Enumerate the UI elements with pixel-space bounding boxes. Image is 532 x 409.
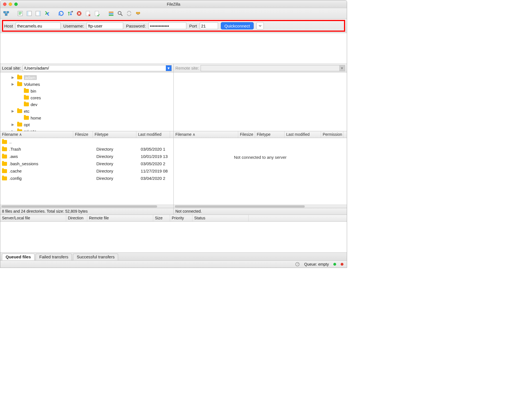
tree-item[interactable]: ▶private <box>0 128 173 131</box>
svg-point-16 <box>136 12 138 14</box>
queue-columns[interactable]: Server/Local fileDirectionRemote fileSiz… <box>0 215 347 222</box>
port-input[interactable] <box>200 22 218 29</box>
svg-rect-13 <box>109 13 114 14</box>
quickconnect-history-button[interactable] <box>256 22 264 29</box>
tree-item[interactable]: cores <box>0 94 173 101</box>
table-row[interactable]: .. <box>0 138 173 145</box>
svg-rect-12 <box>109 12 114 13</box>
table-row[interactable]: .awsDirectory10/01/2019 13 <box>0 153 173 160</box>
main-toolbar <box>0 8 347 19</box>
toggle-log-icon[interactable] <box>17 10 24 17</box>
table-row[interactable]: .bash_sessionsDirectory03/05/2020 2 <box>0 160 173 167</box>
column-header[interactable]: Size <box>153 215 170 221</box>
svg-rect-11 <box>95 11 99 16</box>
port-label: Port <box>189 24 197 28</box>
host-label: Host <box>4 24 13 28</box>
toggle-queue-icon[interactable] <box>43 10 51 17</box>
table-row[interactable]: .TrashDirectory03/05/2020 1 <box>0 145 173 153</box>
column-header[interactable]: Direction <box>66 215 87 221</box>
local-hscroll[interactable] <box>0 204 173 208</box>
app-window: FileZilla Host Use <box>0 0 347 268</box>
local-site-label: Local site: <box>2 66 21 70</box>
column-header[interactable]: Last modified <box>136 131 170 138</box>
reconnect-icon[interactable] <box>93 10 101 17</box>
cancel-icon[interactable] <box>75 10 83 17</box>
svg-point-8 <box>72 11 73 12</box>
column-header[interactable]: Filename ∧ <box>0 131 73 138</box>
column-header[interactable]: Remote file <box>87 215 153 221</box>
tree-item[interactable]: ▶Volumes <box>0 81 173 88</box>
chevron-down-icon: ▾ <box>339 65 345 71</box>
username-input[interactable] <box>87 22 123 29</box>
remote-path-combo: ▾ <box>201 65 345 71</box>
quickconnect-bar-wrap: Host Username: Password: Port Quickconne… <box>0 19 347 33</box>
svg-rect-1 <box>7 11 9 13</box>
minimize-window-icon[interactable] <box>9 3 12 6</box>
host-input[interactable] <box>16 22 61 29</box>
tree-item[interactable]: ▶etc <box>0 108 173 114</box>
tree-item[interactable]: ▶opt <box>0 121 173 128</box>
queue-tabs: Queued filesFailed transfersSuccessful t… <box>0 252 347 260</box>
column-header[interactable]: Permission <box>321 131 343 138</box>
queue-status: Queue: empty <box>304 262 329 266</box>
local-file-list: Filename ∧FilesizeFiletypeLast modified … <box>0 131 173 215</box>
local-list-body[interactable]: ...TrashDirectory03/05/2020 1.awsDirecto… <box>0 138 173 204</box>
remote-site-label: Remote site: <box>175 66 199 70</box>
column-header[interactable]: Filetype <box>93 131 136 138</box>
filter-icon[interactable] <box>107 10 115 17</box>
remote-list-body[interactable]: Not connected to any server <box>174 138 347 204</box>
queue-tab[interactable]: Failed transfers <box>36 254 72 260</box>
disconnect-icon[interactable] <box>84 10 92 17</box>
transfer-queue[interactable] <box>0 222 347 252</box>
column-header[interactable]: Filename ∧ <box>174 131 238 138</box>
column-header[interactable]: Filetype <box>255 131 285 138</box>
close-window-icon[interactable] <box>3 3 6 6</box>
remote-path-input <box>201 65 339 71</box>
compare-icon[interactable] <box>116 10 124 17</box>
table-row[interactable]: .cacheDirectory11/27/2019 08 <box>0 167 173 174</box>
toggle-tree-icon[interactable] <box>26 10 33 17</box>
toggle-remote-tree-icon[interactable] <box>35 10 42 17</box>
remote-tree[interactable] <box>174 72 347 131</box>
chevron-down-icon[interactable]: ▾ <box>166 65 171 71</box>
statusbar: Queue: empty <box>0 260 347 268</box>
password-input[interactable] <box>148 22 186 29</box>
queue-tab[interactable]: Successful transfers <box>73 254 118 260</box>
local-path-combo[interactable]: ▾ <box>23 65 172 71</box>
zoom-window-icon[interactable] <box>14 3 18 6</box>
password-label: Password: <box>126 24 146 28</box>
split-view: Local site: ▾ ▶adam▶Volumesbincoresdev▶e… <box>0 64 347 215</box>
tree-item[interactable]: ▶adam <box>0 74 173 81</box>
remote-columns[interactable]: Filename ∧FilesizeFiletypeLast modifiedP… <box>174 131 347 138</box>
remote-pathbar: Remote site: ▾ <box>174 64 347 72</box>
column-header[interactable]: Server/Local file <box>0 215 66 221</box>
refresh-icon[interactable] <box>58 10 65 17</box>
column-header[interactable]: Filesize <box>73 131 93 138</box>
site-manager-icon[interactable] <box>3 10 10 17</box>
column-header[interactable]: Last modified <box>285 131 321 138</box>
table-row[interactable]: .configDirectory03/04/2020 2 <box>0 174 173 182</box>
column-header[interactable]: Status <box>192 215 249 221</box>
svg-rect-14 <box>109 15 114 16</box>
remote-hscroll[interactable] <box>174 204 347 208</box>
titlebar: FileZilla <box>0 0 347 8</box>
local-path-input[interactable] <box>23 65 166 71</box>
svg-point-15 <box>118 11 121 14</box>
process-queue-icon[interactable] <box>66 10 74 17</box>
local-tree[interactable]: ▶adam▶Volumesbincoresdev▶etchome▶opt▶pri… <box>0 72 173 131</box>
quickconnect-button[interactable]: Quickconnect <box>221 22 254 29</box>
svg-point-17 <box>138 12 140 14</box>
tree-item[interactable]: bin <box>0 88 173 94</box>
tree-item[interactable]: home <box>0 114 173 121</box>
speed-limit-icon[interactable] <box>295 262 300 266</box>
local-columns[interactable]: Filename ∧FilesizeFiletypeLast modified <box>0 131 173 138</box>
svg-rect-5 <box>27 11 29 16</box>
column-header[interactable]: Filesize <box>238 131 255 138</box>
message-log[interactable] <box>0 33 347 64</box>
sync-browse-icon[interactable] <box>125 10 133 17</box>
tree-item[interactable]: dev <box>0 101 173 108</box>
queue-tab[interactable]: Queued files <box>2 254 35 260</box>
search-remote-icon[interactable] <box>134 10 142 17</box>
column-header[interactable]: Priority <box>170 215 192 221</box>
quickconnect-bar: Host Username: Password: Port Quickconne… <box>2 20 345 32</box>
